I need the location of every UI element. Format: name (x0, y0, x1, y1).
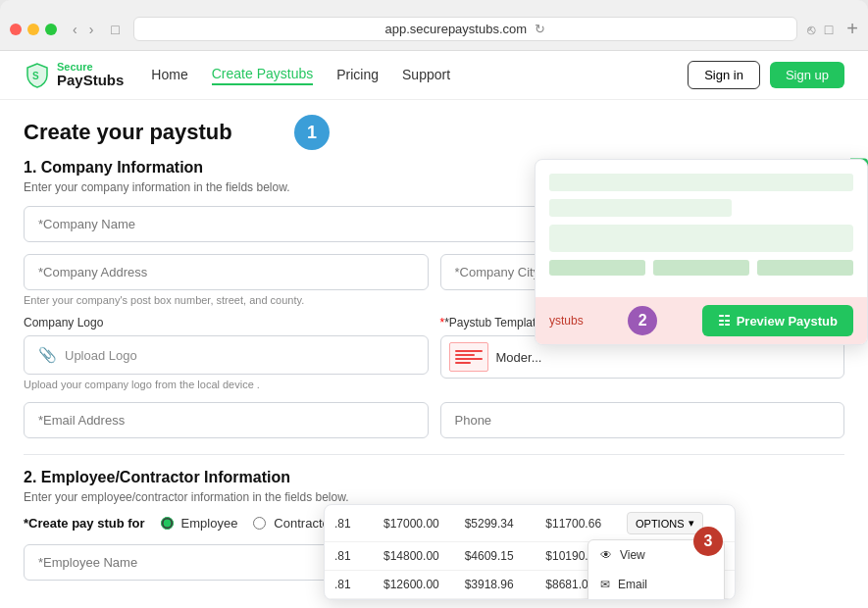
svg-text:S: S (32, 71, 39, 81)
browser-nav-arrows: ‹ › (69, 20, 97, 39)
thumb-line-2 (455, 354, 475, 356)
preview-paystub-button[interactable]: ☷ Preview Paystub (702, 305, 853, 336)
upload-logo-text: Upload Logo (65, 348, 137, 363)
minimize-traffic-light[interactable] (27, 24, 39, 35)
content-area: Create your paystub 1 1. Company Informa… (0, 100, 868, 600)
template-name: Moder... (496, 350, 542, 365)
forward-button[interactable]: › (85, 20, 98, 39)
preview-popup: ystubs 2 ☷ Preview Paystub (535, 159, 868, 345)
nav-links: Home Create Paystubs Pricing Support (151, 66, 688, 85)
email-option[interactable]: ✉ Email (588, 570, 724, 599)
preview-num-3 (757, 260, 853, 276)
table-popup: .81 $17000.00 $5299.34 $11700.66 OPTIONS… (324, 504, 736, 600)
section2-desc: Enter your employee/contractor informati… (24, 490, 844, 504)
new-tab-button[interactable]: + (846, 18, 858, 40)
logo-area: S Secure PayStubs (24, 61, 124, 89)
thumb-line-1 (455, 350, 483, 352)
preview-blur-numbers (549, 260, 853, 276)
row1-col2: $5299.34 (465, 517, 546, 531)
preview-num-1 (549, 260, 645, 276)
page-wrapper: S Secure PayStubs Home Create Paystubs P… (0, 51, 868, 608)
row1-col3: $11700.66 (545, 517, 627, 531)
options-button-1[interactable]: OPTIONS ▾ (627, 512, 703, 534)
row2-col2: $4609.15 (465, 549, 546, 563)
grid-icon: ☷ (718, 313, 731, 329)
preview-num-2 (653, 260, 749, 276)
step1-indicator: 1 (294, 115, 330, 150)
step2-circle: 2 (628, 306, 657, 335)
nav-create-paystubs[interactable]: Create Paystubs (212, 66, 314, 85)
signin-button[interactable]: Sign in (688, 61, 760, 89)
section-2: 2. Employee/Contractor Information Enter… (24, 469, 844, 504)
phone-input[interactable] (440, 402, 845, 438)
row2-col1: $14800.00 (383, 549, 465, 563)
employee-radio-label[interactable]: Employee (161, 516, 238, 531)
employee-radio[interactable] (161, 517, 174, 530)
paperclip-icon: 📎 (38, 346, 57, 364)
paystub-thumbnail (449, 342, 488, 372)
row2-id: .81 (334, 549, 383, 563)
browser-chrome: ‹ › □ app.securepaystubs.com ↻ ⎋ □ + (0, 0, 868, 51)
preview-blur-row-1 (549, 174, 853, 191)
signup-button[interactable]: Sign up (770, 62, 844, 88)
download-option[interactable]: ⬇ Download (588, 599, 724, 600)
email-input[interactable] (24, 402, 429, 438)
fullscreen-traffic-light[interactable] (45, 24, 57, 35)
share-button[interactable]: ⎋ (805, 20, 817, 39)
thumb-lines (453, 348, 485, 366)
thumb-line-3 (455, 358, 483, 360)
upload-hint: Upload your company logo from the local … (24, 379, 429, 390)
browser-actions: ⎋ □ (805, 20, 835, 39)
nav-support[interactable]: Support (402, 67, 450, 84)
row3-id: .81 (334, 578, 383, 591)
contractor-radio-label[interactable]: Contractor (253, 516, 333, 531)
logo-col: Company Logo 📎 Upload Logo Upload your c… (24, 316, 429, 390)
email-label: Email (618, 578, 647, 591)
eye-icon: 👁 (600, 548, 612, 562)
preview-blur-field (549, 225, 853, 252)
duplicate-button[interactable]: □ (823, 20, 835, 39)
reload-button[interactable]: ↻ (535, 22, 545, 36)
employee-text: Employee (181, 516, 238, 531)
back-button[interactable]: ‹ (69, 20, 81, 39)
nav-auth: Sign in Sign up (688, 61, 844, 89)
preview-blur-short (549, 199, 732, 217)
nav-pricing[interactable]: Pricing (336, 67, 379, 84)
company-logo-label: Company Logo (24, 316, 429, 329)
preview-popup-inner (536, 160, 867, 297)
thumb-line-4 (455, 362, 471, 364)
table-row: .81 $17000.00 $5299.34 $11700.66 OPTIONS… (325, 505, 735, 542)
email-phone-row (24, 402, 844, 438)
contractor-radio[interactable] (253, 517, 266, 530)
address-bar[interactable]: app.securepaystubs.com ↻ (133, 17, 797, 41)
close-traffic-light[interactable] (10, 24, 22, 35)
preview-step2-bar: ystubs 2 ☷ Preview Paystub (536, 297, 867, 344)
company-address-input[interactable] (24, 254, 429, 290)
logo-shield-icon: S (24, 62, 51, 89)
nav-home[interactable]: Home (151, 67, 187, 84)
row3-col2: $3918.96 (465, 578, 546, 591)
pay-stub-for-label: *Create pay stub for (24, 516, 145, 531)
section-divider (24, 454, 844, 455)
page-title: Create your paystub (24, 120, 844, 145)
row1-id: .81 (334, 517, 383, 531)
site-nav: S Secure PayStubs Home Create Paystubs P… (0, 51, 868, 100)
email-icon: ✉ (600, 578, 610, 591)
upload-logo-area[interactable]: 📎 Upload Logo (24, 335, 429, 375)
row1-col1: $17000.00 (383, 517, 465, 531)
step2-bar-label: ystubs (549, 314, 584, 328)
logo-text: Secure PayStubs (57, 61, 124, 89)
section2-title: 2. Employee/Contractor Information (24, 469, 844, 486)
traffic-lights (10, 24, 57, 35)
chevron-down-icon: ▾ (689, 517, 694, 530)
url-text: app.securepaystubs.com (385, 22, 528, 36)
sidebar-toggle-button[interactable]: □ (105, 20, 125, 39)
row3-col1: $12600.00 (383, 578, 465, 591)
view-label: View (620, 548, 645, 562)
step3-indicator: 3 (693, 527, 723, 556)
